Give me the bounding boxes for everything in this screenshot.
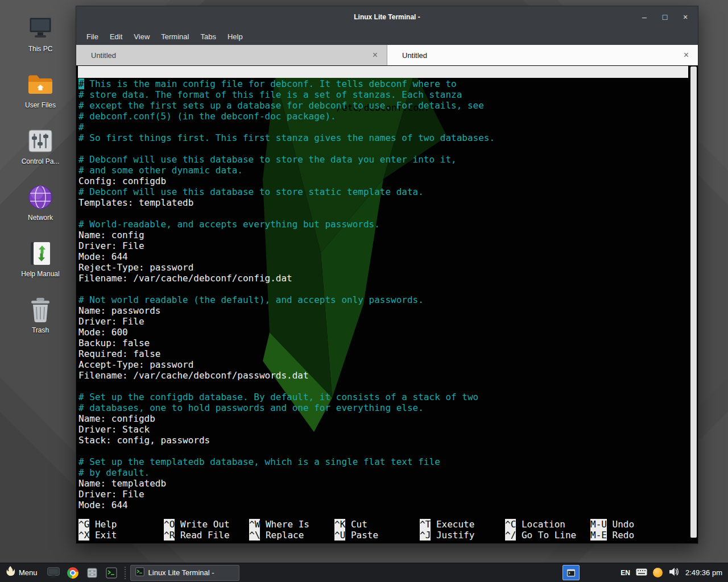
nano-line: # Debconf will use this database to stor… xyxy=(78,186,688,197)
file-manager-icon[interactable] xyxy=(84,565,100,581)
menu-bar: File Edit View Terminal Tabs Help xyxy=(76,28,698,45)
maximize-icon[interactable]: □ xyxy=(659,11,671,23)
window-title: Linux Lite Terminal - xyxy=(76,6,698,28)
nano-shortcut: ^K Cut xyxy=(334,519,420,530)
taskbar: Menu Linux Lite Terminal - EN 2:4 xyxy=(0,563,728,582)
nano-line: Templates: templatedb xyxy=(78,197,688,208)
nano-line xyxy=(78,446,688,456)
chrome-logo xyxy=(67,567,78,579)
menu-button-label: Menu xyxy=(19,568,38,577)
menu-help[interactable]: Help xyxy=(222,30,249,43)
terminal-scrollbar[interactable] xyxy=(690,66,697,538)
nano-shortcut: ^X Exit xyxy=(78,530,164,541)
terminal-launcher-icon[interactable] xyxy=(104,565,119,581)
volume-icon[interactable] xyxy=(668,567,679,579)
nano-line: Filename: /var/cache/debconf/passwords.d… xyxy=(78,370,688,381)
desktop-icon-control-panel[interactable]: Control Pa... xyxy=(7,127,74,165)
nano-line: Required: false xyxy=(78,348,688,359)
nano-line: Name: configdb xyxy=(78,413,688,424)
nano-line xyxy=(78,208,688,219)
menu-file[interactable]: File xyxy=(81,30,104,43)
nano-line: # This is the main config file for debco… xyxy=(78,78,688,89)
nano-titlebar: GNU nano 7.2 /etc/debconf.conf xyxy=(78,66,688,78)
minimize-icon[interactable]: – xyxy=(639,11,650,23)
window-titlebar[interactable]: Linux Lite Terminal - – □ × xyxy=(76,6,698,28)
nano-line: # Not world readable (the default), and … xyxy=(78,294,688,305)
menu-view[interactable]: View xyxy=(128,30,155,43)
taskbar-grip-handle[interactable] xyxy=(125,567,127,579)
nano-line: # World-readable, and accepts everything… xyxy=(78,219,688,230)
chrome-icon[interactable] xyxy=(65,565,81,581)
nano-line xyxy=(78,284,688,294)
tab-close-icon[interactable]: × xyxy=(373,51,378,60)
quick-launchers xyxy=(43,565,122,581)
keyboard-icon[interactable] xyxy=(636,568,647,578)
network-globe-icon xyxy=(27,184,54,211)
nano-line: Name: templatedb xyxy=(78,478,688,489)
nano-line: # databases, one to hold passwords and o… xyxy=(78,402,688,413)
nano-line xyxy=(78,381,688,392)
nano-line: Accept-Type: password xyxy=(78,359,688,370)
desktop-icon-label: Help Manual xyxy=(21,270,59,278)
terminal-screen[interactable]: GNU nano 7.2 /etc/debconf.conf # This is… xyxy=(76,65,698,543)
folder-icon xyxy=(27,71,54,98)
desktop-icon-user-files[interactable]: User Files xyxy=(7,71,74,109)
language-indicator[interactable]: EN xyxy=(621,569,630,577)
nano-line: Driver: File xyxy=(78,240,688,251)
task-button-terminal[interactable]: Linux Lite Terminal - xyxy=(130,565,239,581)
nano-line: Name: config xyxy=(78,230,688,240)
clock[interactable]: 2:49:36 pm xyxy=(684,568,722,577)
nano-line: # So first things first. This first stan… xyxy=(78,132,688,143)
terminal-window: Linux Lite Terminal - – □ × File Edit Vi… xyxy=(76,6,698,544)
close-icon[interactable]: × xyxy=(680,11,691,23)
desktop-icon-label: User Files xyxy=(25,101,56,109)
notification-icon[interactable] xyxy=(653,568,663,577)
nano-shortcut: ^R Read File xyxy=(164,530,249,541)
tab-untitled-1[interactable]: Untitled × xyxy=(76,45,387,65)
desktop-icon-label: Network xyxy=(28,214,53,222)
nano-shortcut: ^T Execute xyxy=(420,519,505,530)
desktop-icon-label: Trash xyxy=(32,326,49,334)
computer-icon xyxy=(27,15,54,42)
nano-line: # Set up the templatedb database, which … xyxy=(78,456,688,467)
desktop-icon-help-manual[interactable]: Help Manual xyxy=(7,240,74,278)
nano-line: Mode: 644 xyxy=(78,251,688,262)
tab-label: Untitled xyxy=(91,51,116,60)
tab-untitled-2[interactable]: Untitled × xyxy=(387,45,698,65)
tray-terminal-icon[interactable] xyxy=(562,565,580,580)
menu-terminal[interactable]: Terminal xyxy=(155,30,195,43)
nano-line: Driver: File xyxy=(78,489,688,500)
desktop-icon-label: This PC xyxy=(28,45,53,53)
nano-line: Mode: 600 xyxy=(78,327,688,338)
nano-line: # Debconf will use this database to stor… xyxy=(78,154,688,165)
menu-tabs[interactable]: Tabs xyxy=(195,30,221,43)
desktop-icon-network[interactable]: Network xyxy=(7,184,74,222)
menu-edit[interactable]: Edit xyxy=(104,30,128,43)
desktop-icon-trash[interactable]: Trash xyxy=(7,296,74,334)
desktop-icon-this-pc[interactable]: This PC xyxy=(7,15,74,53)
nano-shortcut: ^J Justify xyxy=(420,530,505,541)
desktop-launcher-icon[interactable] xyxy=(46,565,61,581)
nano-line: # debconf.conf(5) (in the debconf-doc pa… xyxy=(78,111,688,122)
nano-shortcut: ^W Where Is xyxy=(249,519,334,530)
nano-cursor: # xyxy=(78,78,84,89)
nano-line: # and some other dynamic data. xyxy=(78,165,688,176)
nano-line: Stack: config, passwords xyxy=(78,435,688,446)
nano-line: Config: configdb xyxy=(78,176,688,186)
help-manual-icon xyxy=(27,240,54,267)
nano-line: Filename: /var/cache/debconf/config.dat xyxy=(78,273,688,284)
nano-line: Driver: File xyxy=(78,316,688,327)
nano-line: # by default. xyxy=(78,467,688,478)
nano-line: Backup: false xyxy=(78,338,688,348)
trash-icon xyxy=(27,296,54,323)
nano-line: Reject-Type: password xyxy=(78,262,688,273)
nano-shortcut: ^U Paste xyxy=(334,530,420,541)
nano-shortcut-bar: ^G Help^O Write Out^W Where Is^K Cut^T E… xyxy=(78,519,688,541)
nano-line: # except the first sets up a database fo… xyxy=(78,100,688,111)
tab-close-icon[interactable]: × xyxy=(684,51,689,60)
nano-line: # xyxy=(78,122,688,132)
nano-line xyxy=(78,143,688,154)
nano-shortcut: ^\ Replace xyxy=(249,530,334,541)
nano-line: # store data. The format of this file is… xyxy=(78,89,688,100)
menu-button[interactable]: Menu xyxy=(0,563,43,582)
